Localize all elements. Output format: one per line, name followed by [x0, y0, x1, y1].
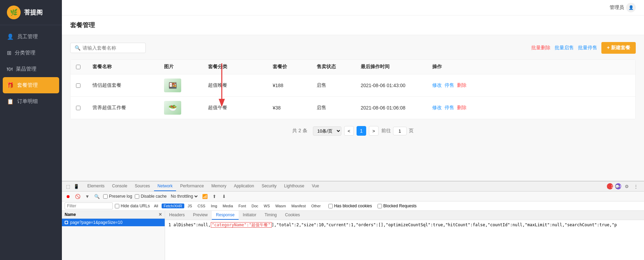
batch-stop-button[interactable]: 批量停售	[578, 45, 597, 51]
filter-tag-img[interactable]: Img	[209, 204, 219, 208]
devtools-right-icons: ❌1 💬4 ⚙ ⋮	[607, 183, 641, 190]
panel-left-header: Name ✕	[62, 211, 165, 219]
tab-elements[interactable]: Elements	[84, 181, 108, 191]
tab-response[interactable]: Response	[212, 211, 239, 220]
header-time: 最后操作时间	[361, 64, 429, 70]
next-page-button[interactable]: >	[369, 126, 379, 136]
row1-stop-button[interactable]: 停售	[445, 82, 454, 89]
response-text-before: 1 alDishes":null,	[168, 222, 211, 227]
settings-icon[interactable]: ⚙	[623, 183, 630, 190]
search-input[interactable]	[83, 45, 141, 51]
tab-timing[interactable]: Timing	[260, 211, 281, 220]
close-panel-button[interactable]: ✕	[159, 212, 162, 217]
error-badge: ❌1	[607, 183, 613, 189]
devtools-panels: Name ✕ page?page=1&pageSize=10 Headers P…	[62, 211, 644, 260]
filter-tag-font[interactable]: Font	[237, 204, 248, 208]
devtools-inspect-icon[interactable]: ⬚	[65, 183, 72, 190]
new-setmeal-button[interactable]: + 新建套餐	[601, 42, 636, 54]
request-indicator	[65, 221, 68, 224]
row2-delete-button[interactable]: 删除	[457, 105, 467, 111]
network-request-item[interactable]: page?page=1&pageSize=10	[62, 219, 165, 226]
filter-icon[interactable]: ▼	[84, 193, 91, 200]
header-checkbox[interactable]	[76, 65, 90, 69]
warning-badge: 💬4	[615, 183, 621, 189]
filter-tag-all[interactable]: All	[152, 204, 160, 208]
page-size-select[interactable]: 10条/页 20条/页 50条/页	[313, 126, 341, 136]
row2-time: 2021-08-06 01:06:08	[361, 105, 429, 111]
more-icon[interactable]: ⋮	[632, 183, 639, 190]
toolbar: 🔍 批量删除 批量启售 批量停售 + 新建套餐	[70, 42, 636, 54]
row1-checkbox[interactable]	[76, 83, 90, 88]
search-box[interactable]: 🔍	[70, 43, 146, 53]
filter-tag-manifest[interactable]: Manifest	[290, 204, 308, 208]
filter-tag-js[interactable]: JS	[186, 204, 194, 208]
sidebar-item-employee[interactable]: 👤 员工管理	[0, 29, 62, 45]
blocked-requests-checkbox[interactable]	[378, 204, 382, 208]
sidebar-item-order[interactable]: 📋 订单明细	[0, 93, 62, 110]
prev-page-button[interactable]: <	[344, 126, 354, 136]
table-row: 情侣超值套餐 🍱 超值晚餐 ¥188 启售 2021-08-06 01:43:0…	[70, 74, 635, 97]
sidebar-item-category[interactable]: ⊞ 分类管理	[0, 45, 62, 61]
filter-tag-fetch-xhr[interactable]: Fetch/XHR	[162, 204, 184, 208]
filter-tag-ws[interactable]: WS	[262, 204, 272, 208]
devtools-device-icon[interactable]: 📱	[73, 183, 80, 190]
setmeal-icon: 🎁	[7, 82, 14, 89]
tab-vue[interactable]: Vue	[308, 181, 323, 191]
tab-security[interactable]: Security	[258, 181, 280, 191]
tab-preview[interactable]: Preview	[189, 211, 212, 220]
record-icon[interactable]: ⏺	[65, 193, 72, 200]
tab-console[interactable]: Console	[109, 181, 131, 191]
sidebar-item-dish[interactable]: 🍽 菜品管理	[0, 61, 62, 77]
export-icon[interactable]: ⬇	[221, 193, 228, 200]
row2-stop-button[interactable]: 停售	[445, 105, 454, 111]
goto-input[interactable]	[393, 127, 407, 135]
sidebar-nav: 👤 员工管理 ⊞ 分类管理 🍽 菜品管理 🎁 套餐管理 📋 订单明细	[0, 25, 62, 260]
batch-start-button[interactable]: 批量启售	[555, 45, 574, 51]
import-icon[interactable]: ⬆	[211, 193, 218, 200]
batch-delete-button[interactable]: 批量删除	[531, 45, 550, 51]
has-blocked-cookies-checkbox[interactable]	[328, 204, 333, 208]
tab-application[interactable]: Application	[230, 181, 258, 191]
header-price: 套餐价	[273, 64, 314, 70]
blocked-requests-text: Blocked Requests	[383, 204, 417, 208]
filter-tag-wasm[interactable]: Wasm	[273, 204, 288, 208]
row2-edit-button[interactable]: 修改	[432, 105, 442, 111]
main-content: 管理员 👤 套餐管理 🔍 批量删除 批量启售 批量停售 + 新建套餐	[62, 0, 644, 260]
pagination: 共 2 条 10条/页 20条/页 50条/页 < 1 > 前往 页	[70, 126, 636, 136]
blocked-requests-label: Blocked Requests	[378, 204, 417, 208]
tab-initiator[interactable]: Initiator	[239, 211, 260, 220]
response-text-after: ],"total":2,"size":10,"current":1,"order…	[272, 222, 617, 227]
row1-delete-button[interactable]: 删除	[457, 82, 467, 89]
tab-cookies[interactable]: Cookies	[281, 211, 304, 220]
tab-memory[interactable]: Memory	[208, 181, 230, 191]
hide-data-urls-checkbox[interactable]	[115, 204, 119, 208]
logo-icon: 🌿	[7, 6, 21, 19]
disable-cache-checkbox[interactable]	[135, 194, 139, 199]
row2-checkbox[interactable]	[76, 106, 90, 110]
preserve-log-checkbox[interactable]	[103, 194, 108, 199]
filter-tag-css[interactable]: CSS	[196, 204, 208, 208]
search-network-icon[interactable]: 🔍	[94, 193, 100, 200]
row1-category: 超值晚餐	[208, 82, 270, 89]
tab-performance[interactable]: Performance	[177, 181, 207, 191]
throttle-select[interactable]: No throttling Fast 3G Slow 3G	[170, 194, 199, 199]
filter-input[interactable]	[65, 202, 113, 209]
tab-headers[interactable]: Headers	[165, 211, 189, 220]
filter-tag-doc[interactable]: Doc	[250, 204, 261, 208]
response-content: 1 alDishes":null,"categoryName":"超值午餐"],…	[165, 220, 644, 260]
devtools-tabs: ⬚ 📱 Elements Console Sources Network Per…	[62, 181, 644, 191]
clear-icon[interactable]: 🚫	[74, 193, 81, 200]
admin-bar: 管理员 👤	[62, 0, 644, 15]
row1-edit-button[interactable]: 修改	[432, 82, 442, 89]
sidebar-item-setmeal[interactable]: 🎁 套餐管理	[3, 77, 59, 93]
header-name: 套餐名称	[92, 64, 161, 70]
sidebar-item-label-employee: 员工管理	[17, 33, 38, 40]
filter-tag-other[interactable]: Other	[309, 204, 323, 208]
filter-tag-media[interactable]: Media	[221, 204, 235, 208]
sidebar-item-label-setmeal: 套餐管理	[17, 82, 38, 89]
tab-network[interactable]: Network	[154, 181, 176, 191]
tab-lighthouse[interactable]: Lighthouse	[281, 181, 308, 191]
sidebar-item-label-category: 分类管理	[15, 50, 35, 56]
panel-left: Name ✕ page?page=1&pageSize=10	[62, 211, 165, 260]
tab-sources[interactable]: Sources	[131, 181, 153, 191]
